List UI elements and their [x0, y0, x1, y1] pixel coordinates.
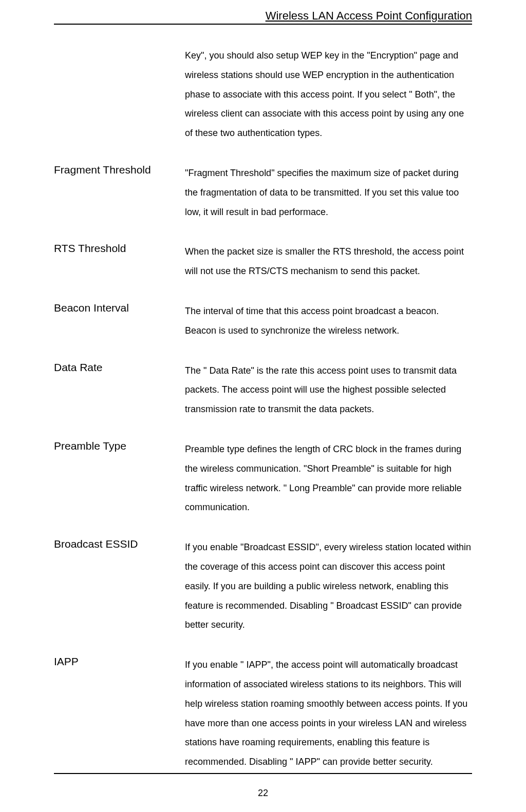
footer-rule	[54, 773, 472, 774]
definition-row: Data Rate The " Data Rate" is the rate t…	[54, 361, 472, 419]
row-label-iapp: IAPP	[54, 655, 185, 772]
definition-row: RTS Threshold When the packet size is sm…	[54, 242, 472, 281]
intro-section: Key", you should also setup WEP key in t…	[185, 46, 472, 143]
row-description: The interval of time that this access po…	[185, 302, 472, 341]
definition-row: Fragment Threshold "Fragment Threshold" …	[54, 164, 472, 222]
row-description: If you enable "Broadcast ESSID", every w…	[185, 538, 472, 635]
page-number: 22	[0, 788, 526, 799]
page-header: Wireless LAN Access Point Configuration	[54, 9, 472, 25]
row-label-broadcast-essid: Broadcast ESSID	[54, 538, 185, 635]
definition-row: Preamble Type Preamble type defines the …	[54, 440, 472, 517]
row-description: If you enable " IAPP", the access point …	[185, 655, 472, 772]
row-label-rts-threshold: RTS Threshold	[54, 242, 185, 281]
row-description: "Fragment Threshold" specifies the maxim…	[185, 164, 472, 222]
intro-text: Key", you should also setup WEP key in t…	[185, 46, 472, 143]
definition-row: Broadcast ESSID If you enable "Broadcast…	[54, 538, 472, 635]
row-label-preamble-type: Preamble Type	[54, 440, 185, 517]
definition-row: Beacon Interval The interval of time tha…	[54, 302, 472, 341]
row-label-beacon-interval: Beacon Interval	[54, 302, 185, 341]
row-description: Preamble type defines the length of CRC …	[185, 440, 472, 517]
row-description: The " Data Rate" is the rate this access…	[185, 361, 472, 419]
definition-row: IAPP If you enable " IAPP", the access p…	[54, 655, 472, 772]
row-description: When the packet size is smaller the RTS …	[185, 242, 472, 281]
row-label-data-rate: Data Rate	[54, 361, 185, 419]
row-label-fragment-threshold: Fragment Threshold	[54, 164, 185, 222]
